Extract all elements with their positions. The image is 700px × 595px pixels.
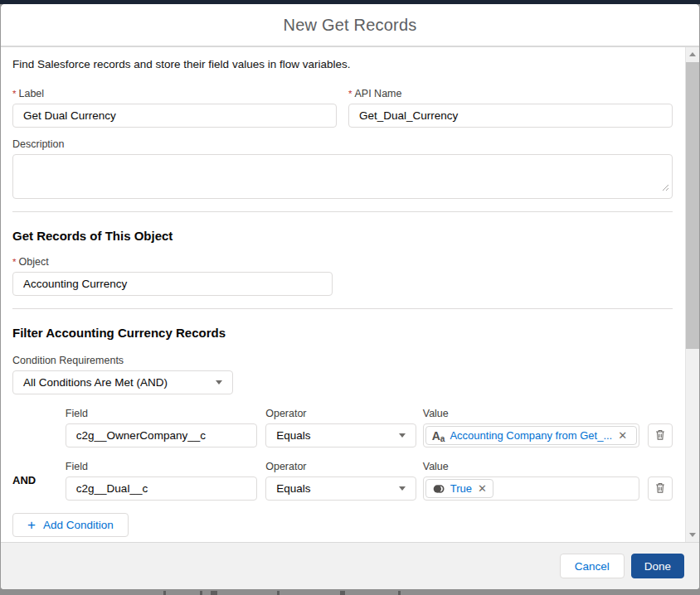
condition-operator-group: Operator Equals [265, 461, 416, 501]
label-input[interactable] [12, 104, 337, 128]
backdrop-bottom-bar [0, 589, 700, 595]
condition-field-group: Field [66, 461, 257, 501]
required-marker: * [12, 89, 16, 99]
object-field-group: *Object [12, 256, 333, 296]
condition-operator-select[interactable]: Equals [265, 476, 416, 501]
arrow-down-icon [689, 533, 696, 537]
description-textarea[interactable] [12, 154, 673, 199]
api-name-input[interactable] [348, 104, 673, 128]
label-field-group: *Label [12, 88, 337, 128]
filter-section-heading: Filter Accounting Currency Records [12, 326, 673, 340]
chevron-down-icon [399, 433, 406, 438]
text-type-icon: Aa [432, 430, 445, 442]
backdrop-artifact [200, 591, 202, 595]
operator-column-label: Operator [265, 408, 416, 419]
scroll-down-button[interactable] [686, 528, 699, 542]
condition-prefix: AND [12, 461, 66, 500]
operator-value: Equals [276, 482, 310, 495]
condition-row: AND Field Operator Equals Value [12, 461, 673, 501]
delete-condition-button[interactable] [648, 423, 673, 447]
operator-value: Equals [276, 429, 310, 442]
trash-icon [654, 428, 666, 443]
scroll-up-button[interactable] [686, 47, 699, 61]
modal-body: Find Salesforce records and store their … [1, 47, 699, 542]
add-condition-button[interactable]: + Add Condition [12, 513, 129, 537]
condition-field-input[interactable] [66, 423, 257, 447]
section-divider [12, 308, 673, 309]
done-button[interactable]: Done [631, 554, 684, 578]
cancel-button[interactable]: Cancel [560, 554, 625, 578]
vertical-scrollbar[interactable] [685, 47, 699, 542]
value-pill[interactable]: True ✕ [425, 479, 493, 498]
required-marker: * [12, 257, 16, 267]
condition-value-combobox[interactable]: Aa Accounting Company from Get_... ✕ [423, 423, 639, 447]
condition-value-group: Value True ✕ [423, 461, 639, 501]
add-condition-label: Add Condition [43, 519, 114, 531]
description-field-group: Description [12, 138, 673, 199]
remove-value-icon[interactable]: ✕ [618, 430, 627, 441]
value-pill-text[interactable]: True [450, 482, 472, 495]
backdrop-artifact [398, 591, 401, 595]
condition-row: Field Operator Equals Value Aa Acc [12, 408, 673, 447]
intro-text: Find Salesforce records and store their … [12, 47, 673, 70]
arrow-up-icon [689, 52, 696, 56]
modal-title: New Get Records [284, 16, 417, 35]
label-field-label: *Label [12, 88, 337, 99]
boolean-type-icon [432, 482, 445, 496]
condition-field-group: Field [66, 408, 257, 447]
modal-footer: Cancel Done [1, 542, 699, 589]
api-name-field-group: *API Name [348, 88, 673, 128]
field-column-label: Field [66, 461, 257, 472]
condition-requirements-select[interactable]: All Conditions Are Met (AND) [12, 370, 233, 394]
object-input[interactable] [12, 272, 333, 296]
new-get-records-modal: New Get Records Find Salesforce records … [1, 4, 699, 589]
modal-header: New Get Records [1, 4, 699, 47]
scrollbar-thumb[interactable] [686, 62, 699, 349]
trash-icon [654, 481, 666, 496]
api-name-field-label: *API Name [348, 88, 673, 99]
delete-condition-button[interactable] [648, 476, 673, 501]
operator-column-label: Operator [265, 461, 416, 472]
value-column-label: Value [423, 461, 639, 472]
condition-requirements-value: All Conditions Are Met (AND) [23, 376, 168, 389]
field-column-label: Field [66, 408, 257, 419]
condition-requirements-label: Condition Requirements [12, 355, 233, 366]
remove-value-icon[interactable]: ✕ [478, 483, 487, 494]
chevron-down-icon [399, 486, 406, 491]
condition-requirements-group: Condition Requirements All Conditions Ar… [12, 355, 233, 394]
plus-icon: + [27, 518, 36, 532]
backdrop-artifact [211, 591, 217, 595]
value-pill[interactable]: Aa Accounting Company from Get_... ✕ [425, 426, 637, 445]
value-column-label: Value [423, 408, 639, 419]
required-marker: * [348, 89, 352, 99]
condition-prefix [12, 408, 66, 447]
backdrop-artifact [340, 591, 345, 595]
backdrop-artifact [277, 591, 280, 595]
condition-operator-select[interactable]: Equals [265, 423, 416, 447]
condition-value-combobox[interactable]: True ✕ [423, 476, 639, 501]
object-field-label: *Object [12, 256, 333, 268]
object-section-heading: Get Records of This Object [12, 229, 673, 243]
description-field-label: Description [12, 138, 673, 150]
condition-value-group: Value Aa Accounting Company from Get_...… [423, 408, 639, 447]
section-divider [12, 211, 673, 212]
condition-operator-group: Operator Equals [265, 408, 416, 447]
backdrop-artifact [163, 591, 166, 595]
chevron-down-icon [216, 380, 222, 385]
condition-field-input[interactable] [66, 476, 257, 501]
value-pill-text[interactable]: Accounting Company from Get_... [450, 429, 612, 442]
